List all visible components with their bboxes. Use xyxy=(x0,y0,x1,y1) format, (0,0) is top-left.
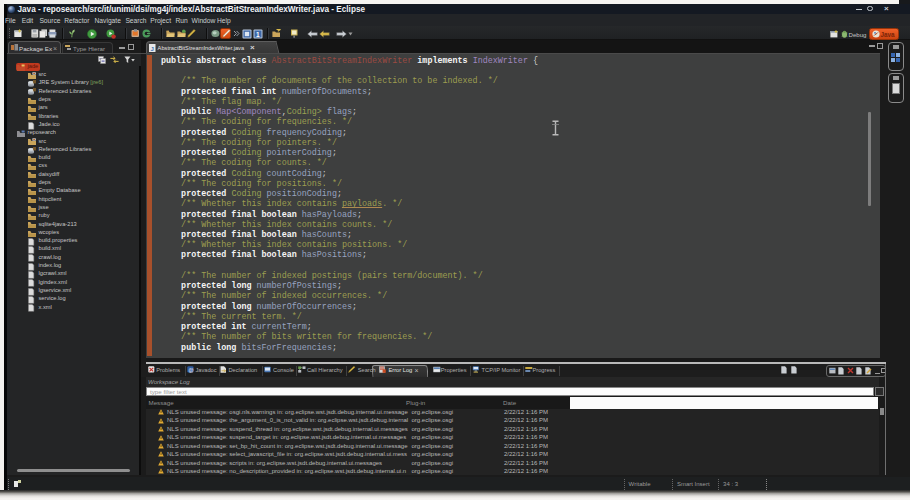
svg-text:@: @ xyxy=(188,367,194,373)
svg-text:1: 1 xyxy=(256,30,260,37)
svg-text:J: J xyxy=(151,45,154,51)
